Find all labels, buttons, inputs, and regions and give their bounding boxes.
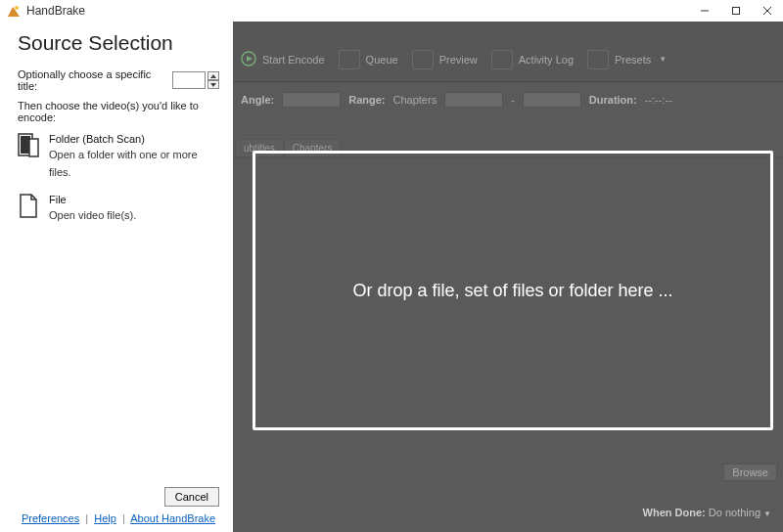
browse-button[interactable]: Browse xyxy=(723,464,777,481)
specific-title-input[interactable] xyxy=(172,71,206,89)
when-done-select[interactable]: Do nothing ▼ xyxy=(709,507,771,518)
preview-icon xyxy=(412,50,434,69)
source-option-file-subtitle: Open video file(s). xyxy=(49,209,136,221)
when-done-row: When Done: Do nothing ▼ xyxy=(643,507,771,518)
titlebar-title: HandBrake xyxy=(26,4,85,18)
duration-value: --:--:-- xyxy=(645,94,672,106)
titlebar: HandBrake xyxy=(0,0,783,22)
drop-zone[interactable]: Or drop a file, set of files or folder h… xyxy=(253,151,773,430)
source-option-file[interactable]: File Open video file(s). xyxy=(18,194,219,223)
activity-icon xyxy=(491,50,513,69)
cancel-button[interactable]: Cancel xyxy=(164,487,219,507)
minimize-button[interactable] xyxy=(689,0,720,22)
play-icon xyxy=(241,51,256,68)
chevron-down-icon: ▼ xyxy=(659,55,667,64)
config-row: Angle: Range: Chapters - Duration: --:--… xyxy=(233,82,783,117)
help-link[interactable]: Help xyxy=(94,512,116,524)
folder-icon xyxy=(18,133,39,158)
when-done-label: When Done: xyxy=(643,507,706,518)
toolbar-start-encode[interactable]: Start Encode xyxy=(241,51,325,68)
app-icon xyxy=(6,3,22,19)
preferences-link[interactable]: Preferences xyxy=(22,512,79,524)
source-selection-panel: Source Selection Optionally choose a spe… xyxy=(0,22,233,532)
svg-marker-11 xyxy=(247,56,253,62)
source-option-folder-title: Folder (Batch Scan) xyxy=(49,133,219,145)
file-icon xyxy=(18,194,39,219)
source-selection-heading: Source Selection xyxy=(18,31,219,55)
window-controls xyxy=(689,0,783,22)
svg-rect-2 xyxy=(733,8,740,15)
maximize-button[interactable] xyxy=(720,0,752,22)
source-option-file-title: File xyxy=(49,194,136,205)
specific-title-row: Optionally choose a specific title: xyxy=(18,68,219,92)
toolbar-presets[interactable]: Presets▼ xyxy=(587,50,667,69)
range-start[interactable] xyxy=(444,92,503,108)
footer-links: Preferences | Help | About HandBrake xyxy=(18,512,219,524)
queue-icon xyxy=(339,50,360,69)
range-end[interactable] xyxy=(523,92,581,108)
svg-point-0 xyxy=(15,6,19,10)
close-button[interactable] xyxy=(752,0,783,22)
toolbar: Start Encode Queue Preview Activity Log … xyxy=(233,22,783,82)
range-label: Range: xyxy=(348,94,385,106)
presets-icon xyxy=(587,50,609,69)
drop-zone-text: Or drop a file, set of files or folder h… xyxy=(352,281,672,301)
title-spin-up[interactable] xyxy=(207,71,219,80)
duration-label: Duration: xyxy=(589,94,637,106)
title-spin-down[interactable] xyxy=(207,80,219,89)
range-type[interactable]: Chapters xyxy=(393,94,438,106)
toolbar-preview[interactable]: Preview xyxy=(412,50,478,69)
svg-marker-5 xyxy=(210,74,216,78)
about-link[interactable]: About HandBrake xyxy=(130,512,215,524)
svg-marker-6 xyxy=(210,83,216,87)
source-option-folder[interactable]: Folder (Batch Scan) Open a folder with o… xyxy=(18,133,219,180)
angle-label: Angle: xyxy=(241,94,274,106)
svg-rect-9 xyxy=(29,139,38,156)
toolbar-queue[interactable]: Queue xyxy=(339,50,398,69)
specific-title-label: Optionally choose a specific title: xyxy=(18,68,166,92)
source-option-folder-subtitle: Open a folder with one or more files. xyxy=(49,149,198,178)
title-spinner xyxy=(207,71,219,89)
chevron-down-icon: ▼ xyxy=(763,510,771,518)
toolbar-activity[interactable]: Activity Log xyxy=(491,50,574,69)
angle-select[interactable] xyxy=(282,92,341,108)
main-background: Start Encode Queue Preview Activity Log … xyxy=(233,22,783,532)
then-label: Then choose the video(s) you'd like to e… xyxy=(18,100,219,123)
